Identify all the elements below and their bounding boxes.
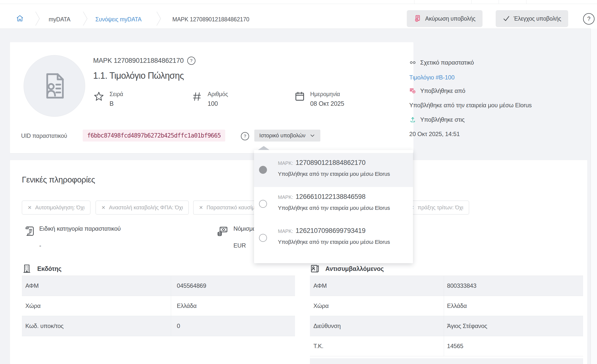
chevron-down-icon xyxy=(309,133,315,139)
related-document-label: Σχετικό παραστατικό xyxy=(420,59,474,66)
breadcrumb-item-current: ΜΑΡΚ 1270890121884862170 xyxy=(172,16,249,23)
row-value: 045564869 xyxy=(177,282,206,289)
check-icon xyxy=(503,15,510,22)
top-table-sliver xyxy=(0,0,597,4)
series-field: Σειρά B xyxy=(93,91,123,107)
cancel-submission-button[interactable]: Ακύρωση υποβολής xyxy=(407,10,483,27)
row-label: ΑΦΜ xyxy=(22,282,39,289)
special-category-value: - xyxy=(39,242,41,249)
mydata-detail-page: myDATA Συνόψεις myDATA ΜΑΡΚ 127089012188… xyxy=(0,0,597,364)
chip-self-billing[interactable]: Αυτοτιμολόγηση: Όχι xyxy=(22,201,90,215)
issuer-title: Εκδότης xyxy=(37,265,62,272)
breadcrumb-separator xyxy=(156,11,161,26)
home-icon[interactable] xyxy=(16,14,24,22)
counterparty-table: ΑΦΜ 800333843 Χώρα Ελλάδα Διεύθυνση Άγιο… xyxy=(310,276,583,364)
document-stamp-icon xyxy=(39,70,70,102)
submitted-by-value: Υποβλήθηκε από την εταιρεία μου μέσω Elo… xyxy=(409,102,532,109)
submitted-by-header: Υποβλήθηκε από xyxy=(409,87,465,94)
table-row: ΑΦΜ 800333843 xyxy=(310,276,583,296)
chip-vat-suspension[interactable]: Αναστολή καταβολής ΦΠΑ: Όχι xyxy=(96,201,189,215)
row-label: Διεύθυνση xyxy=(310,323,341,329)
submission-history-label: Ιστορικό υποβολών xyxy=(259,132,305,139)
column-divider xyxy=(444,316,444,336)
related-document-header: Σχετικό παραστατικό xyxy=(409,59,474,66)
row-value: Ελλάδα xyxy=(447,302,467,309)
upload-icon xyxy=(409,116,416,123)
scrollbar[interactable] xyxy=(591,29,597,364)
chip-third-party[interactable]: πράξης τρίτων: Όχι xyxy=(404,201,469,215)
history-option-note: Υποβλήθηκε από την εταιρεία μου μέσω Elo… xyxy=(278,171,390,177)
table-row: Τ.Κ. 14565 xyxy=(310,336,583,356)
row-label: Κωδ. υποκ/τος xyxy=(22,323,64,329)
column-divider xyxy=(171,276,171,296)
mark-title-row: ΜΑΡΚ 1270890121884862170 xyxy=(93,57,195,65)
series-label: Σειρά xyxy=(110,91,123,97)
mark-prefix: ΜΑΡΚ: xyxy=(278,228,293,234)
table-row: Χώρα Ελλάδα xyxy=(22,296,295,316)
mark-number: 1270890121884862170 xyxy=(296,159,366,167)
number-value: 100 xyxy=(208,100,228,107)
mark-title: ΜΑΡΚ 1270890121884862170 xyxy=(93,57,184,65)
scroll-icon xyxy=(24,225,36,237)
history-option-note: Υποβλήθηκε από την εταιρεία μου μέσω Elo… xyxy=(278,205,390,211)
uid-label: UID παραστατικού xyxy=(21,133,67,139)
submission-history-dropdown: ΜΑΡΚ: 1270890121884862170 Υποβλήθηκε από… xyxy=(254,150,413,263)
help-icon[interactable] xyxy=(583,13,595,25)
mark-number: 1266610122138846598 xyxy=(296,193,366,201)
link-icon xyxy=(409,59,416,66)
chip-label: Αναστολή καταβολής ΦΠΑ: Όχι xyxy=(109,204,183,211)
history-option-2[interactable]: ΜΑΡΚ: 1266610122138846598 Υποβλήθηκε από… xyxy=(254,187,413,221)
row-label: Χώρα xyxy=(22,302,40,309)
check-submission-label: Έλεγχος υποβολής xyxy=(514,15,561,22)
row-value: Ελλάδα xyxy=(177,302,197,309)
submitted-at-value: 20 Οκτ 2025, 14:51 xyxy=(409,131,460,138)
row-value: 0 xyxy=(177,323,180,329)
radio-selected-icon[interactable] xyxy=(259,166,267,174)
breadcrumb-item-mydata[interactable]: myDATA xyxy=(49,16,70,23)
document-cancel-icon xyxy=(414,15,422,23)
table-row-partial xyxy=(310,358,583,364)
series-value: B xyxy=(110,100,123,107)
breadcrumb-separator xyxy=(35,11,40,26)
table-column-line xyxy=(526,0,526,4)
money-icon xyxy=(217,225,228,237)
mark-number: 1262107098699793419 xyxy=(296,227,366,235)
issuer-table: ΑΦΜ 045564869 Χώρα Ελλάδα Κωδ. υποκ/τος … xyxy=(22,276,295,336)
submission-history-button[interactable]: Ιστορικό υποβολών xyxy=(254,130,320,142)
breadcrumb-bar: myDATA Συνόψεις myDATA ΜΑΡΚ 127089012188… xyxy=(0,4,597,29)
chip-label: Αυτοτιμολόγηση: Όχι xyxy=(35,204,85,211)
history-option-1[interactable]: ΜΑΡΚ: 1270890121884862170 Υποβλήθηκε από… xyxy=(254,153,413,187)
breadcrumb-separator xyxy=(82,11,88,26)
table-row: Διεύθυνση Άγιος Στέφανος xyxy=(310,316,583,336)
table-column-line xyxy=(414,0,414,4)
table-column-line xyxy=(499,0,499,4)
history-option-title: ΜΑΡΚ: 1266610122138846598 xyxy=(278,193,366,201)
column-divider xyxy=(444,276,444,296)
currency-label: Νόμισμα xyxy=(233,225,256,232)
close-icon xyxy=(101,205,106,210)
table-row: ΑΦΜ 045564869 xyxy=(22,276,295,296)
mark-prefix: ΜΑΡΚ: xyxy=(278,160,293,166)
submitted-at-label: Υποβλήθηκε στις xyxy=(420,116,465,123)
general-info-title: Γενικές πληροφορίες xyxy=(22,175,95,184)
radio-icon[interactable] xyxy=(259,200,267,208)
related-document-link[interactable]: Τιμολόγιο #B-100 xyxy=(409,74,454,81)
check-submission-button[interactable]: Έλεγχος υποβολής xyxy=(496,10,568,27)
column-divider xyxy=(171,296,171,316)
breadcrumb-item-summaries[interactable]: Συνόψεις myDATA xyxy=(95,16,142,23)
summary-card: ΜΑΡΚ 1270890121884862170 1.1. Τιμολόγιο … xyxy=(10,42,413,153)
number-field: Αριθμός 100 xyxy=(191,91,228,107)
question-circle-icon[interactable] xyxy=(241,132,249,140)
number-label: Αριθμός xyxy=(208,91,228,97)
history-option-3[interactable]: ΜΑΡΚ: 1262107098699793419 Υποβλήθηκε από… xyxy=(254,221,413,255)
question-circle-icon[interactable] xyxy=(187,57,195,65)
star-icon xyxy=(93,91,105,102)
close-icon xyxy=(199,205,203,210)
avatar xyxy=(24,55,85,117)
document-type-title: 1.1. Τιμολόγιο Πώλησης xyxy=(93,71,184,81)
close-icon xyxy=(28,205,32,210)
radio-icon[interactable] xyxy=(259,234,267,242)
history-option-note: Υποβλήθηκε από την εταιρεία μου μέσω Elo… xyxy=(278,239,390,245)
column-divider xyxy=(444,336,444,356)
column-divider xyxy=(444,296,444,316)
